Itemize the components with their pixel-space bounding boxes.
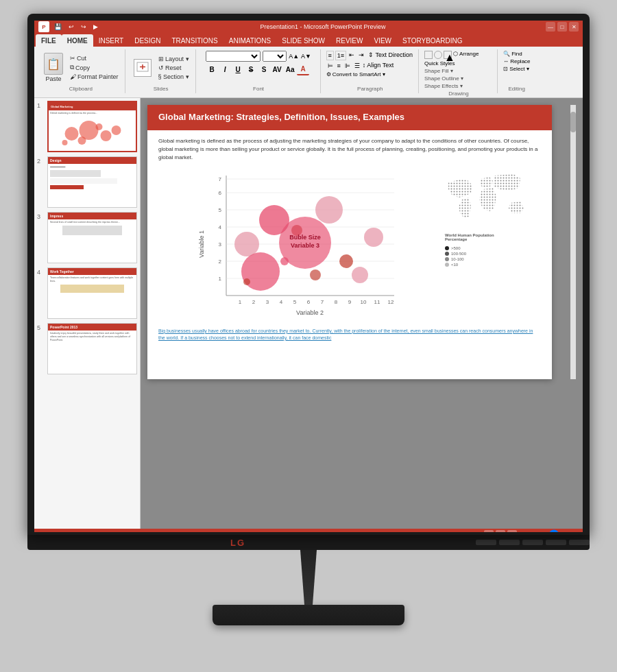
shape-outline-button[interactable]: Shape Outline ▾	[424, 75, 463, 82]
slide-preview-1: Global Marketing Global marketing is def…	[47, 101, 137, 152]
bullets-button[interactable]: ≡	[326, 51, 334, 60]
reading-view-icon[interactable]: ▶	[507, 530, 517, 532]
slide-preview-4: Work Together Team collaboration feature…	[47, 267, 137, 319]
normal-view-icon[interactable]: ⊟	[484, 530, 494, 532]
select-button[interactable]: ⊡ Select ▾	[503, 66, 529, 72]
paste-button[interactable]: Paste	[41, 51, 66, 84]
slide-thumb-1[interactable]: 1 Global Marketing Global marketing is d…	[37, 101, 137, 152]
slide-title: Global Marketing: Strategies, Definition…	[158, 112, 541, 123]
decrease-indent-button[interactable]: ⇤	[348, 51, 356, 60]
tab-review[interactable]: REVIEW	[330, 34, 368, 47]
svg-text:7: 7	[219, 176, 222, 182]
quick-access-toolbar: P 💾 ↩ ↪ ▶ Presentation1 - Microsoft Powe…	[34, 21, 583, 33]
underline-button[interactable]: U	[232, 63, 244, 75]
font-family-select[interactable]	[206, 51, 261, 62]
bold-button[interactable]: B	[206, 63, 218, 75]
tab-home[interactable]: HOME	[62, 34, 93, 47]
svg-text:1: 1	[219, 276, 222, 282]
shape-circle[interactable]	[434, 51, 442, 59]
reset-button[interactable]: ↺ Reset	[156, 64, 191, 72]
align-text-button[interactable]: ↕ Align Text	[363, 62, 394, 70]
undo-button[interactable]: ↩	[66, 23, 76, 31]
scroll-bar[interactable]	[570, 105, 576, 379]
save-button[interactable]: 💾	[52, 23, 64, 31]
paragraph-label: Paragraph	[357, 86, 383, 92]
paste-label: Paste	[45, 75, 61, 82]
tab-file[interactable]: FILE	[36, 34, 62, 47]
close-button[interactable]: ✕	[569, 22, 579, 32]
start-button[interactable]: ▶	[91, 23, 100, 31]
svg-point-46	[339, 254, 353, 268]
char-spacing-button[interactable]: AV	[271, 63, 283, 75]
numbering-button[interactable]: 1≡	[335, 51, 346, 60]
monitor-stand-base	[213, 605, 404, 625]
section-button[interactable]: § Section ▾	[156, 73, 191, 81]
arrange-button[interactable]: Arrange	[459, 51, 479, 59]
new-slide-button[interactable]	[131, 58, 154, 78]
svg-text:6: 6	[307, 299, 311, 305]
slide-thumb-3[interactable]: 3 Impress Several lines of small text co…	[37, 212, 137, 263]
format-painter-button[interactable]: 🖌 Format Painter	[68, 73, 121, 81]
svg-point-48	[352, 267, 368, 283]
decrease-font-button[interactable]: A▼	[301, 53, 311, 60]
align-center-button[interactable]: ≡	[336, 62, 342, 70]
shadow-button[interactable]: S	[258, 63, 270, 75]
monitor-bezel: P 💾 ↩ ↪ ▶ Presentation1 - Microsoft Powe…	[27, 14, 590, 535]
language-info: ENGLISH (UNITED KINGDOM)	[80, 532, 157, 533]
shape-effects-button[interactable]: Shape Effects ▾	[424, 83, 463, 89]
shape-rect[interactable]	[424, 51, 433, 59]
strikethrough-button[interactable]: S	[245, 63, 257, 75]
notes-button[interactable]: NOTES	[425, 532, 444, 533]
font-color-button[interactable]: A	[297, 63, 309, 75]
slide5-header: PowerPoint 2013	[48, 324, 136, 331]
cut-button[interactable]: ✂ Cut	[68, 54, 121, 62]
slides-group: ⊞ Layout ▾ ↺ Reset § Section ▾ Slides	[127, 49, 196, 93]
font-size-select[interactable]	[263, 51, 287, 62]
tab-transitions[interactable]: TRANSITIONS	[167, 34, 223, 47]
quick-styles-button[interactable]: Quick Styles	[424, 60, 455, 67]
shapes-button[interactable]: ⬡	[453, 51, 458, 59]
tab-view[interactable]: VIEW	[368, 34, 397, 47]
increase-indent-button[interactable]: ⇥	[357, 51, 365, 60]
copy-button[interactable]: ⧉ Copy	[68, 63, 121, 72]
copy-icon: ⧉	[70, 64, 74, 71]
convert-smartart-button[interactable]: ⚙ Convert to SmartArt ▾	[326, 71, 385, 77]
comments-button[interactable]: COMMENTS	[448, 532, 480, 533]
monitor-btn-5[interactable]	[569, 540, 590, 545]
monitor-btn-1[interactable]	[476, 540, 496, 545]
align-right-button[interactable]: ⊫	[343, 62, 352, 70]
layout-button[interactable]: ⊞ Layout ▾	[156, 55, 191, 63]
tab-storyboarding[interactable]: STORYBOARDING	[397, 34, 468, 47]
slide-thumb-5[interactable]: 5 PowerPoint 2013 Intuitively enjoy beau…	[37, 323, 137, 374]
maximize-button[interactable]: □	[557, 22, 567, 32]
slide-thumb-2[interactable]: 2 Design ━━━━━━━━━━━	[37, 156, 137, 208]
bubble-chart-svg: 1 2 3 4 5 6 7 1	[158, 169, 438, 320]
scroll-thumb[interactable]	[570, 112, 576, 132]
svg-point-45	[315, 196, 343, 224]
italic-button[interactable]: I	[219, 63, 231, 75]
increase-font-button[interactable]: A▲	[289, 53, 299, 60]
text-direction-button[interactable]: ⇕ Text Direction	[367, 51, 414, 60]
slide-thumb-4[interactable]: 4 Work Together Team collaboration featu…	[37, 267, 137, 319]
shape-fill-button[interactable]: Shape Fill ▾	[424, 68, 453, 74]
replace-button[interactable]: ↔ Replace	[503, 58, 531, 64]
map-legend-title: World Human PopulationPercentage	[445, 233, 541, 241]
monitor-btn-3[interactable]	[522, 540, 543, 545]
tab-animations[interactable]: ANIMATIONS	[223, 34, 276, 47]
slide-num-5: 5	[37, 323, 44, 331]
slide-sorter-icon[interactable]: ⊞	[496, 530, 505, 532]
minimize-button[interactable]: —	[546, 22, 555, 32]
monitor-btn-2[interactable]	[499, 540, 520, 545]
tab-slideshow[interactable]: SLIDE SHOW	[276, 34, 330, 47]
tab-design[interactable]: DESIGN	[129, 34, 166, 47]
redo-button[interactable]: ↪	[79, 23, 88, 31]
align-justify-button[interactable]: ☰	[353, 62, 361, 70]
monitor-btn-4[interactable]	[546, 540, 566, 545]
svg-point-3	[65, 127, 79, 141]
zoom-slider[interactable]	[536, 531, 577, 532]
change-case-button[interactable]: Aa	[284, 63, 296, 75]
shape-triangle[interactable]: ▲	[444, 51, 452, 59]
align-left-button[interactable]: ⊨	[326, 62, 335, 70]
tab-insert[interactable]: INSERT	[93, 34, 130, 47]
find-button[interactable]: 🔍 Find	[503, 51, 522, 57]
